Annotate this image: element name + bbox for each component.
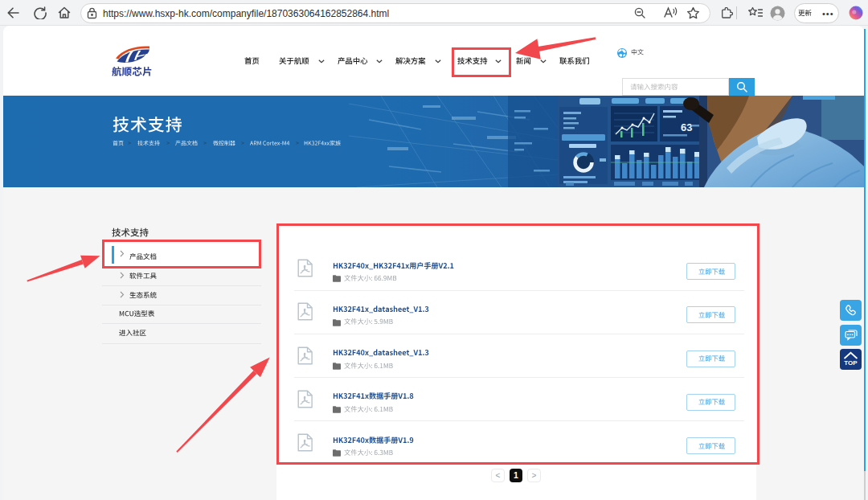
svg-text:63: 63: [681, 121, 692, 133]
